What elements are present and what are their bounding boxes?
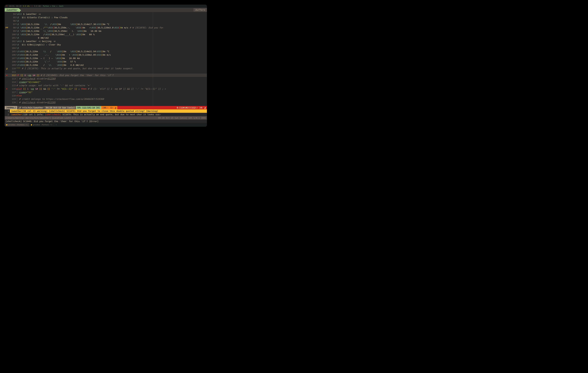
line-number: 113 <box>9 77 16 80</box>
sign-column: ✖ <box>5 74 9 77</box>
code-line[interactable]: 115 # simple usage: not starts with '-' … <box>5 84 207 87</box>
command-line[interactable]: [shellcheck] SC1049: Did you forget the … <box>5 120 207 123</box>
location-list-item[interactable]: 2 iweather|110 col 1 info| [shellcheck] … <box>5 113 207 116</box>
sign-column: ✖ <box>5 87 9 90</box>
code-line[interactable]: 106 \t\033[38;5;226m .-. \033[0m ↑ \033[… <box>5 53 207 56</box>
code-line[interactable]: 99 \t \033[38;5;226m \\_\033[38;5;250m( … <box>5 29 207 33</box>
terminal-window: ⏱ 10/15, 04:20 0.0 kB↓ | 0.0 kB↑ Python … <box>5 5 207 127</box>
location-list[interactable]: 1 iweather|98 col 23 warning| [shellchec… <box>5 110 207 120</box>
code-line[interactable]: 108 \t\033[38;5;226m \`-' \033[0m 57 % <box>5 60 207 63</box>
sign-column: - <box>5 90 9 94</box>
code-content: else <box>16 94 207 97</box>
tab-dot-icon <box>31 124 32 125</box>
code-content: \t\033[38;5;226m .-. \033[0m ↑ \033[38;5… <box>16 53 207 56</box>
code-line[interactable]: 94 \n\t $ iweather -v <box>5 12 207 16</box>
net-up: 0.0 kB↑ <box>34 5 41 7</box>
code-line[interactable]: 120 ┊ # shellcheck disable=SC2295 <box>5 101 207 104</box>
buffers-label[interactable]: buffers <box>193 8 207 12</box>
code-line[interactable]: 101 \t 0 mW/cm2 <box>5 36 207 40</box>
code-line[interactable]: ✖116 elif [[ 1 -eq $# ]] && [[ '-' != "$… <box>5 87 207 90</box>
line-number: 109 <box>9 63 16 67</box>
sign-column <box>5 40 9 43</box>
sign-column <box>5 63 9 67</box>
code-line[interactable]: 105 \t\033[38;5;226m \\ / \033[0m \033[3… <box>5 50 207 53</box>
code-line[interactable]: 113 ┊ # shellcheck disable=SC2269 <box>5 77 207 80</box>
code-content: \n\t $ iweather -v <box>16 12 207 16</box>
line-number: 120 <box>9 101 16 104</box>
code-content: \t <box>16 46 207 50</box>
location-list-item[interactable]: 1 iweather|98 col 23 warning| [shellchec… <box>5 110 207 113</box>
line-number: 102 <box>9 40 16 43</box>
terminal-tab[interactable]: gruvbox (Python)⌘2 <box>29 123 54 126</box>
process-chain: Python ◂ Vim ◂ -bash <box>43 5 63 7</box>
line-number: 110 <box>9 67 16 70</box>
terminal-tabs: gruvbox (Python)⌘1gruvbox (Python)⌘2 + <box>5 123 207 127</box>
sign-column <box>5 29 9 33</box>
code-content: \t \033[38;5;226m \\_\033[38;5;250m( ). … <box>16 29 207 33</box>
code-line[interactable]: 109 \t\033[38;5;226m / \\ \033[0m 4.6 mW… <box>5 63 207 67</box>
terminal-tab[interactable]: gruvbox (Python)⌘1 <box>5 123 29 126</box>
clock-icon: ⏱ <box>6 5 8 7</box>
line-number: 100 <box>9 33 16 36</box>
sign-column <box>5 97 9 101</box>
code-line[interactable]: 104 \t <box>5 46 207 50</box>
sign-column <box>5 36 9 40</box>
code-line[interactable]: ..97 \t \033[38;5;226m \\ /\033[0m \033[… <box>5 22 207 26</box>
code-content <box>16 70 207 74</box>
sign-column: PP <box>5 26 9 29</box>
code-content: \t\033[38;5;226m / \\ \033[0m 4.6 mW/cm2 <box>16 63 207 67</box>
code-line[interactable]: ✖112 if [[ 0 -eq $# ]] # E [SC1049]: Did… <box>5 74 207 77</box>
code-line[interactable]: PP98 \t \033[38;5;226m _ /""\033[38;5;25… <box>5 26 207 29</box>
sign-column <box>5 50 9 53</box>
loc-text: iweather|110 col 1 info| [shellcheck] SC… <box>10 113 161 116</box>
line-number: 108 <box>9 60 16 63</box>
sign-column <box>5 16 9 19</box>
line-number: 114 <box>9 80 16 84</box>
line-number: 105 <box>9 50 16 53</box>
line-number: 115 <box>9 84 16 87</box>
sl-mode: [NORMAL] <box>5 106 17 110</box>
tab-label: gruvbox (Python) <box>8 124 25 126</box>
code-content: \t \033[38;5;226m /\033[38;5;250m(___(__… <box>16 33 207 36</box>
editor-pane[interactable]: 94 \n\t $ iweather -v95 \t $(c G)Santa C… <box>5 12 207 106</box>
sign-column: - <box>5 80 9 84</box>
code-content: \t \033[38;5;226m _ /""\033[38;5;250m.-.… <box>16 26 207 29</box>
line-number: 96 <box>9 19 16 22</box>
line-number: 111 <box>9 70 16 74</box>
line-number: 95 <box>9 16 16 19</box>
new-tab-button[interactable]: + <box>54 123 58 126</box>
loc-line-number: 1 <box>5 110 10 113</box>
code-line[interactable]: 107 \t\033[38;5;226m ― ( ) ― \033[0m 10.… <box>5 56 207 60</box>
code-line[interactable]: 95 \t $(c G)Santa Clara$(c) : Few Clouds <box>5 16 207 19</box>
code-line[interactable]: 103 \t $(c G)Beijing$(c) : Clear Sky <box>5 43 207 46</box>
sign-column <box>5 94 9 97</box>
code-content: ┊ # shellcheck disable=SC2269 <box>16 77 207 80</box>
status-line: [NORMAL] ⎇ rslo/bin/iweather 04:20 Oct-1… <box>5 106 207 110</box>
code-line[interactable]: -114 ┊ cname="${cname}" <box>5 80 207 84</box>
code-content: elif [[ 1 -eq $# ]] && [[ '-' != "${1::1… <box>16 87 207 90</box>
line-number: 118 <box>9 94 16 97</box>
code-line[interactable]: 111 <box>5 70 207 74</box>
line-number: 97 <box>9 22 16 26</box>
net-down: 0.0 kB↓ <box>23 5 30 7</box>
code-line[interactable]: ق110 """ # I [SC1079]: This is actually … <box>5 67 207 70</box>
code-line[interactable]: 96 \t <box>5 19 207 22</box>
loc-text: iweather|98 col 23 warning| [shellcheck]… <box>10 110 158 113</box>
code-line[interactable]: 118 else <box>5 94 207 97</box>
code-line[interactable]: 119 ┊ # credit belongs to https://stacko… <box>5 97 207 101</box>
code-line[interactable]: 100 \t \033[38;5;226m /\033[38;5;250m(__… <box>5 33 207 36</box>
sign-column <box>5 43 9 46</box>
code-content: ┊ cname="$1" <box>16 90 207 94</box>
code-line[interactable]: -117 ┊ cname="$1" <box>5 90 207 94</box>
code-content: \t <box>16 19 207 22</box>
sign-column <box>5 33 9 36</box>
code-line[interactable]: 102 \n\t $ iweather -c beijing -v <box>5 40 207 43</box>
tab-iweather[interactable]: iweather <box>5 8 19 12</box>
code-content: \t\033[38;5;226m ― ( ) ― \033[0m 10.00 k… <box>16 56 207 60</box>
code-content: \t\033[38;5;226m \\ / \033[0m \033[38;5;… <box>16 50 207 53</box>
line-number: 106 <box>9 53 16 56</box>
sign-column <box>5 77 9 80</box>
line-number: 94 <box>9 12 16 16</box>
line-number: 107 <box>9 56 16 60</box>
sl-position: 58% 112/191:18 [0] <box>76 106 101 110</box>
